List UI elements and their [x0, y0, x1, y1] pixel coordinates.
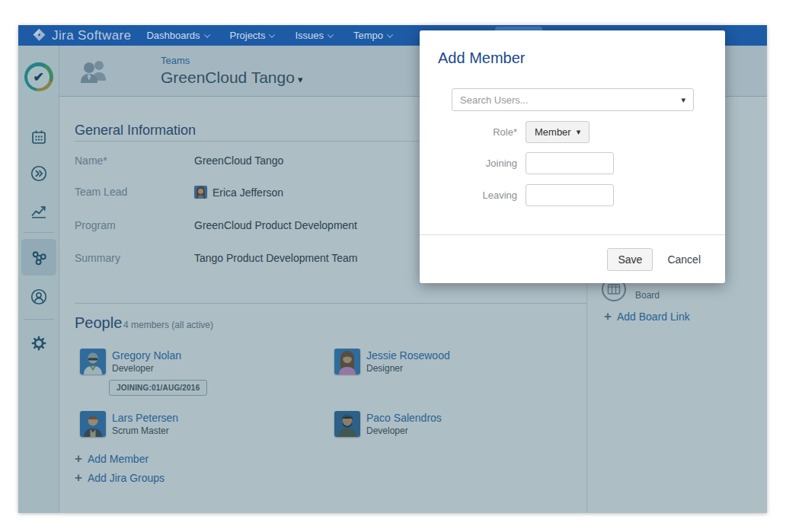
screen: Jira Software Dashboards Projects Issues…: [0, 0, 786, 532]
chevron-down-icon: [269, 31, 275, 37]
search-users-placeholder: Search Users...: [460, 94, 681, 106]
chevron-down-icon: [328, 31, 334, 37]
nav-dashboards[interactable]: Dashboards: [146, 30, 209, 41]
leaving-date-input[interactable]: [526, 184, 614, 206]
chevron-down-icon: [203, 31, 209, 37]
leaving-label: Leaving: [452, 190, 517, 201]
chevron-down-icon: [387, 31, 393, 37]
joining-row: Joining: [452, 152, 614, 174]
save-button[interactable]: Save: [607, 248, 653, 271]
nav-menus: Dashboards Projects Issues Tempo: [146, 30, 392, 41]
search-users-select[interactable]: Search Users... ▾: [452, 88, 694, 111]
role-row: Role* Member ▾: [452, 121, 590, 143]
joining-label: Joining: [452, 158, 517, 169]
role-dropdown-button[interactable]: Member ▾: [526, 121, 590, 143]
modal-footer: Save Cancel: [420, 234, 725, 283]
joining-date-input[interactable]: [526, 152, 614, 174]
cancel-button[interactable]: Cancel: [667, 253, 701, 266]
jira-logo[interactable]: Jira Software: [32, 28, 131, 43]
app-window: Jira Software Dashboards Projects Issues…: [18, 25, 767, 513]
add-member-modal: Add Member Search Users... ▾ Role* Membe…: [420, 30, 725, 283]
nav-projects[interactable]: Projects: [230, 30, 275, 41]
role-label: Role*: [452, 126, 517, 138]
nav-tempo[interactable]: Tempo: [353, 30, 392, 41]
dropdown-caret-icon: ▾: [577, 127, 581, 137]
leaving-row: Leaving: [452, 184, 614, 206]
logo-label: Jira Software: [52, 28, 131, 43]
modal-title: Add Member: [438, 49, 526, 67]
jira-diamond-icon: [32, 28, 46, 43]
dropdown-caret-icon: ▾: [681, 95, 685, 105]
nav-issues[interactable]: Issues: [295, 30, 333, 41]
